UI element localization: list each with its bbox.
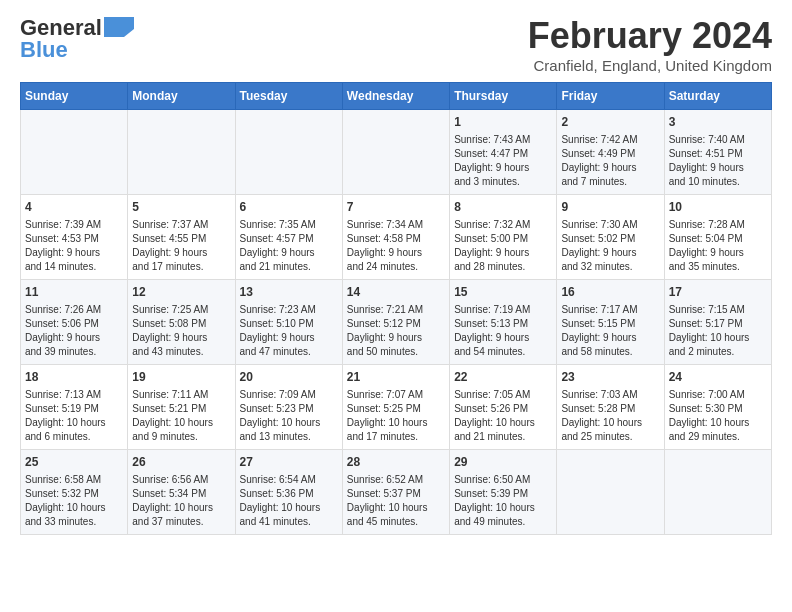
- cell-info-line: and 49 minutes.: [454, 515, 552, 529]
- cell-info-line: Daylight: 10 hours: [25, 501, 123, 515]
- calendar-cell: 25Sunrise: 6:58 AMSunset: 5:32 PMDayligh…: [21, 450, 128, 535]
- cell-info-line: Daylight: 10 hours: [25, 416, 123, 430]
- cell-info-line: Sunset: 4:55 PM: [132, 232, 230, 246]
- cell-info-line: and 54 minutes.: [454, 345, 552, 359]
- cell-info-line: Daylight: 10 hours: [669, 331, 767, 345]
- day-number: 8: [454, 199, 552, 216]
- calendar-cell: 13Sunrise: 7:23 AMSunset: 5:10 PMDayligh…: [235, 280, 342, 365]
- cell-info-line: Sunset: 5:21 PM: [132, 402, 230, 416]
- header-day-sunday: Sunday: [21, 83, 128, 110]
- cell-info-line: Daylight: 10 hours: [454, 501, 552, 515]
- cell-info-line: and 9 minutes.: [132, 430, 230, 444]
- cell-info-line: and 17 minutes.: [347, 430, 445, 444]
- calendar-week-row: 25Sunrise: 6:58 AMSunset: 5:32 PMDayligh…: [21, 450, 772, 535]
- cell-info-line: and 10 minutes.: [669, 175, 767, 189]
- cell-info-line: Sunset: 5:39 PM: [454, 487, 552, 501]
- calendar-cell: 20Sunrise: 7:09 AMSunset: 5:23 PMDayligh…: [235, 365, 342, 450]
- cell-info-line: Sunset: 5:02 PM: [561, 232, 659, 246]
- title-block: February 2024 Cranfield, England, United…: [528, 15, 772, 74]
- cell-info-line: and 25 minutes.: [561, 430, 659, 444]
- calendar-cell: 3Sunrise: 7:40 AMSunset: 4:51 PMDaylight…: [664, 110, 771, 195]
- calendar-cell: [664, 450, 771, 535]
- cell-info-line: Daylight: 10 hours: [240, 501, 338, 515]
- cell-info-line: Sunset: 4:53 PM: [25, 232, 123, 246]
- header-day-monday: Monday: [128, 83, 235, 110]
- cell-info-line: Sunset: 5:30 PM: [669, 402, 767, 416]
- cell-info-line: Daylight: 9 hours: [669, 161, 767, 175]
- day-number: 18: [25, 369, 123, 386]
- cell-info-line: Sunset: 5:12 PM: [347, 317, 445, 331]
- day-number: 14: [347, 284, 445, 301]
- day-number: 29: [454, 454, 552, 471]
- cell-info-line: Sunset: 5:32 PM: [25, 487, 123, 501]
- cell-info-line: and 28 minutes.: [454, 260, 552, 274]
- cell-info-line: Sunrise: 7:03 AM: [561, 388, 659, 402]
- calendar-cell: 23Sunrise: 7:03 AMSunset: 5:28 PMDayligh…: [557, 365, 664, 450]
- cell-info-line: and 32 minutes.: [561, 260, 659, 274]
- day-number: 12: [132, 284, 230, 301]
- header-day-thursday: Thursday: [450, 83, 557, 110]
- header-day-wednesday: Wednesday: [342, 83, 449, 110]
- calendar-cell: 8Sunrise: 7:32 AMSunset: 5:00 PMDaylight…: [450, 195, 557, 280]
- day-number: 25: [25, 454, 123, 471]
- cell-info-line: Sunrise: 7:07 AM: [347, 388, 445, 402]
- day-number: 4: [25, 199, 123, 216]
- calendar-cell: [21, 110, 128, 195]
- cell-info-line: Sunrise: 7:11 AM: [132, 388, 230, 402]
- cell-info-line: Daylight: 10 hours: [347, 501, 445, 515]
- cell-info-line: Daylight: 9 hours: [454, 246, 552, 260]
- calendar-header-row: SundayMondayTuesdayWednesdayThursdayFrid…: [21, 83, 772, 110]
- cell-info-line: and 17 minutes.: [132, 260, 230, 274]
- cell-info-line: and 3 minutes.: [454, 175, 552, 189]
- calendar-cell: 21Sunrise: 7:07 AMSunset: 5:25 PMDayligh…: [342, 365, 449, 450]
- cell-info-line: Sunrise: 7:30 AM: [561, 218, 659, 232]
- cell-info-line: and 45 minutes.: [347, 515, 445, 529]
- calendar-cell: 4Sunrise: 7:39 AMSunset: 4:53 PMDaylight…: [21, 195, 128, 280]
- cell-info-line: Sunset: 5:06 PM: [25, 317, 123, 331]
- calendar-cell: 29Sunrise: 6:50 AMSunset: 5:39 PMDayligh…: [450, 450, 557, 535]
- cell-info-line: and 13 minutes.: [240, 430, 338, 444]
- cell-info-line: Sunrise: 7:37 AM: [132, 218, 230, 232]
- calendar-cell: 2Sunrise: 7:42 AMSunset: 4:49 PMDaylight…: [557, 110, 664, 195]
- cell-info-line: Sunrise: 7:00 AM: [669, 388, 767, 402]
- day-number: 3: [669, 114, 767, 131]
- cell-info-line: Daylight: 10 hours: [132, 416, 230, 430]
- cell-info-line: Sunset: 4:58 PM: [347, 232, 445, 246]
- cell-info-line: Daylight: 9 hours: [132, 246, 230, 260]
- day-number: 21: [347, 369, 445, 386]
- calendar-week-row: 11Sunrise: 7:26 AMSunset: 5:06 PMDayligh…: [21, 280, 772, 365]
- calendar-cell: 14Sunrise: 7:21 AMSunset: 5:12 PMDayligh…: [342, 280, 449, 365]
- cell-info-line: Sunrise: 7:09 AM: [240, 388, 338, 402]
- calendar-cell: 18Sunrise: 7:13 AMSunset: 5:19 PMDayligh…: [21, 365, 128, 450]
- day-number: 23: [561, 369, 659, 386]
- calendar-cell: 24Sunrise: 7:00 AMSunset: 5:30 PMDayligh…: [664, 365, 771, 450]
- cell-info-line: Daylight: 10 hours: [347, 416, 445, 430]
- calendar-cell: 26Sunrise: 6:56 AMSunset: 5:34 PMDayligh…: [128, 450, 235, 535]
- calendar-cell: 15Sunrise: 7:19 AMSunset: 5:13 PMDayligh…: [450, 280, 557, 365]
- day-number: 2: [561, 114, 659, 131]
- logo: General Blue: [20, 15, 136, 63]
- cell-info-line: Sunset: 5:25 PM: [347, 402, 445, 416]
- calendar-cell: [128, 110, 235, 195]
- cell-info-line: Sunset: 5:08 PM: [132, 317, 230, 331]
- cell-info-line: Sunset: 5:36 PM: [240, 487, 338, 501]
- calendar-cell: 17Sunrise: 7:15 AMSunset: 5:17 PMDayligh…: [664, 280, 771, 365]
- calendar-cell: 9Sunrise: 7:30 AMSunset: 5:02 PMDaylight…: [557, 195, 664, 280]
- cell-info-line: Sunrise: 7:28 AM: [669, 218, 767, 232]
- cell-info-line: Sunset: 5:13 PM: [454, 317, 552, 331]
- day-number: 20: [240, 369, 338, 386]
- cell-info-line: Daylight: 9 hours: [347, 331, 445, 345]
- calendar-cell: 27Sunrise: 6:54 AMSunset: 5:36 PMDayligh…: [235, 450, 342, 535]
- cell-info-line: Sunrise: 7:40 AM: [669, 133, 767, 147]
- cell-info-line: Daylight: 10 hours: [240, 416, 338, 430]
- day-number: 6: [240, 199, 338, 216]
- cell-info-line: Daylight: 9 hours: [561, 331, 659, 345]
- cell-info-line: Sunset: 5:19 PM: [25, 402, 123, 416]
- calendar-week-row: 4Sunrise: 7:39 AMSunset: 4:53 PMDaylight…: [21, 195, 772, 280]
- cell-info-line: Sunset: 5:00 PM: [454, 232, 552, 246]
- cell-info-line: Daylight: 9 hours: [561, 161, 659, 175]
- calendar-week-row: 1Sunrise: 7:43 AMSunset: 4:47 PMDaylight…: [21, 110, 772, 195]
- cell-info-line: Sunrise: 7:05 AM: [454, 388, 552, 402]
- cell-info-line: Sunrise: 7:23 AM: [240, 303, 338, 317]
- cell-info-line: Sunrise: 7:25 AM: [132, 303, 230, 317]
